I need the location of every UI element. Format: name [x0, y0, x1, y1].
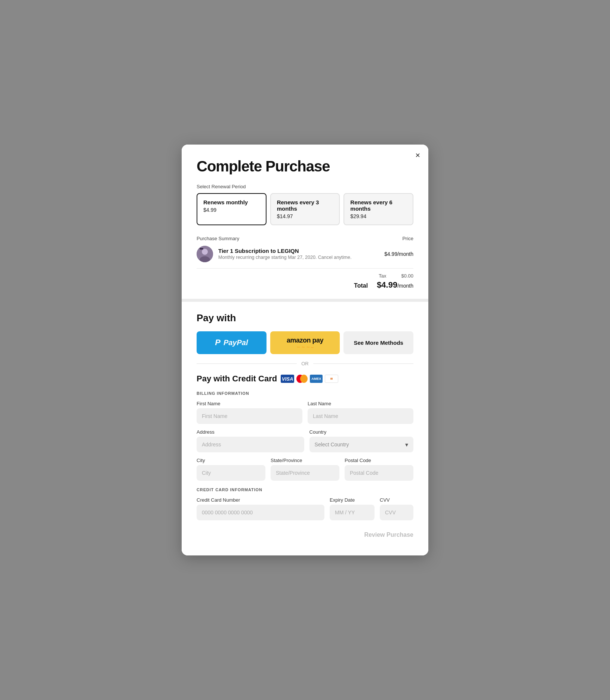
- address-input[interactable]: [197, 437, 304, 452]
- cc-number-input[interactable]: [197, 505, 324, 520]
- complete-purchase-modal: × Complete Purchase Select Renewal Perio…: [182, 145, 428, 555]
- name-row: First Name Last Name: [197, 401, 413, 424]
- purchase-summary-label: Purchase Summary: [197, 236, 239, 241]
- renewal-option-6months-title: Renews every 6 months: [350, 199, 407, 212]
- summary-item-price: $4.99/month: [384, 251, 413, 257]
- address-country-row: Address Country Select Country: [197, 429, 413, 452]
- renewal-options: Renews monthly $4.99 Renews every 3 mont…: [197, 193, 413, 225]
- postal-group: Postal Code: [345, 458, 413, 481]
- renewal-option-3months-title: Renews every 3 months: [277, 199, 333, 212]
- avatar: [197, 246, 213, 262]
- or-label: OR: [301, 361, 309, 366]
- city-input[interactable]: [197, 465, 265, 481]
- paypal-button[interactable]: P PayPal: [197, 331, 267, 354]
- first-name-input[interactable]: [197, 408, 302, 424]
- renewal-section-label: Select Renewal Period: [197, 184, 413, 189]
- state-input[interactable]: [271, 465, 339, 481]
- expiry-label: Expiry Date: [330, 497, 375, 503]
- country-label: Country: [309, 429, 413, 435]
- amazon-smile-icon: ～～～⌣: [296, 345, 314, 349]
- discover-icon: ≋: [325, 375, 338, 383]
- totals: Tax $0.00 Total $4.99/month: [197, 268, 413, 290]
- renewal-option-monthly-price: $4.99: [203, 207, 260, 213]
- purchase-summary-header: Purchase Summary Price: [197, 236, 413, 241]
- credit-card-title: Pay with Credit Card: [197, 374, 277, 384]
- total-value: $4.99/month: [377, 280, 413, 290]
- cvv-group: CVV: [380, 497, 413, 520]
- cc-number-row: Credit Card Number Expiry Date CVV: [197, 497, 413, 520]
- tax-value: $0.00: [401, 273, 413, 279]
- renewal-option-monthly[interactable]: Renews monthly $4.99: [197, 193, 267, 225]
- tax-row: Tax $0.00: [197, 273, 413, 279]
- amazon-pay-content: amazon pay ～～～⌣: [287, 337, 323, 349]
- first-name-label: First Name: [197, 401, 302, 406]
- amazon-pay-button[interactable]: amazon pay ～～～⌣: [270, 331, 340, 354]
- card-icons: VISA AMEX ≋: [281, 375, 338, 383]
- visa-icon: VISA: [281, 375, 294, 383]
- total-per-month: /month: [397, 283, 413, 289]
- last-name-group: Last Name: [308, 401, 413, 424]
- bottom-section: Pay with P PayPal amazon pay ～～～⌣ See Mo…: [182, 302, 428, 555]
- payment-buttons: P PayPal amazon pay ～～～⌣ See More Method…: [197, 331, 413, 354]
- renewal-option-3months[interactable]: Renews every 3 months $14.97: [270, 193, 340, 225]
- total-amount: $4.99: [377, 280, 397, 289]
- review-purchase-button[interactable]: Review Purchase: [364, 528, 413, 542]
- summary-info: Tier 1 Subscription to LEGIQN Monthly re…: [218, 248, 379, 260]
- summary-item-sub: Monthly recurring charge starting Mar 27…: [218, 255, 379, 260]
- postal-input[interactable]: [345, 465, 413, 481]
- country-select[interactable]: Select Country: [309, 437, 413, 452]
- renewal-option-3months-price: $14.97: [277, 213, 333, 219]
- city-state-postal-row: City State/Province Postal Code: [197, 458, 413, 481]
- first-name-group: First Name: [197, 401, 302, 424]
- renewal-option-6months-price: $29.94: [350, 213, 407, 219]
- postal-label: Postal Code: [345, 458, 413, 463]
- svg-rect-3: [200, 248, 203, 250]
- cc-number-group: Credit Card Number: [197, 497, 324, 520]
- expiry-input[interactable]: [330, 505, 375, 520]
- tax-label: Tax: [379, 273, 386, 279]
- amex-icon: AMEX: [310, 375, 323, 383]
- state-label: State/Province: [271, 458, 339, 463]
- paypal-label: PayPal: [224, 338, 248, 347]
- address-group: Address: [197, 429, 304, 452]
- address-label: Address: [197, 429, 304, 435]
- expiry-group: Expiry Date: [330, 497, 375, 520]
- or-divider: OR: [197, 361, 413, 366]
- total-label: Total: [354, 282, 368, 289]
- last-name-input[interactable]: [308, 408, 413, 424]
- amazon-pay-label: amazon pay: [287, 337, 323, 344]
- summary-row: Tier 1 Subscription to LEGIQN Monthly re…: [197, 246, 413, 268]
- state-group: State/Province: [271, 458, 339, 481]
- paypal-p-icon: P: [215, 338, 221, 347]
- summary-item-title: Tier 1 Subscription to LEGIQN: [218, 248, 379, 254]
- top-section: Complete Purchase Select Renewal Period …: [182, 145, 428, 299]
- total-row: Total $4.99/month: [197, 280, 413, 290]
- page-title: Complete Purchase: [197, 158, 413, 175]
- country-group: Country Select Country: [309, 429, 413, 452]
- price-col-label: Price: [402, 236, 413, 241]
- close-button[interactable]: ×: [415, 151, 420, 159]
- see-more-methods-button[interactable]: See More Methods: [343, 331, 413, 354]
- cvv-input[interactable]: [380, 505, 413, 520]
- cc-section-label: CREDIT CARD INFORMATION: [197, 487, 413, 492]
- svg-point-1: [202, 249, 208, 255]
- mastercard-icon: [296, 375, 308, 383]
- cvv-label: CVV: [380, 497, 413, 503]
- last-name-label: Last Name: [308, 401, 413, 406]
- pay-with-title: Pay with: [197, 312, 413, 324]
- country-select-wrapper: Select Country: [309, 437, 413, 452]
- city-group: City: [197, 458, 265, 481]
- billing-section-label: BILLING INFORMATION: [197, 391, 413, 396]
- cc-number-label: Credit Card Number: [197, 497, 324, 503]
- renewal-option-6months[interactable]: Renews every 6 months $29.94: [343, 193, 413, 225]
- renewal-option-monthly-title: Renews monthly: [203, 199, 260, 205]
- city-label: City: [197, 458, 265, 463]
- credit-card-header: Pay with Credit Card VISA AMEX ≋: [197, 374, 413, 384]
- section-divider: [182, 299, 428, 302]
